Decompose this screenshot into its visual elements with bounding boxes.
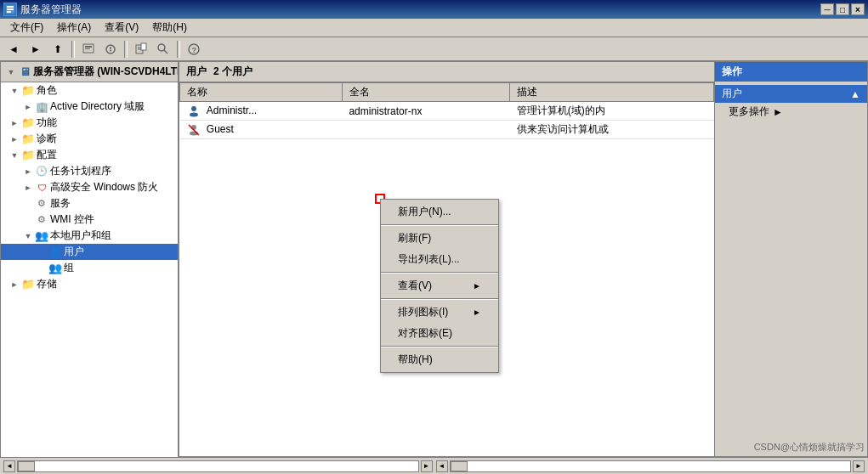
content-table: 名称 全名 描述 [179,82,714,139]
toolbar-back[interactable]: ◄ [3,40,24,59]
expand-users[interactable] [35,245,48,259]
task-icon: 🕒 [35,165,48,178]
services-label: 服务 [50,196,71,211]
toolbar-icon3[interactable] [131,40,151,59]
table-row[interactable]: Administr... administrator-nx 管理计算机(域)的内 [180,102,714,121]
user-fullname-admin: administrator-nx [342,102,509,121]
folder-icon-config: 📁 [21,149,35,162]
scrollbar-left[interactable] [17,460,419,472]
expand-wmi[interactable] [21,213,35,227]
tree-item-services[interactable]: ⚙ 服务 [1,195,178,212]
ctx-sep1 [381,224,498,226]
ad-label: Active Directory 域服 [50,99,145,114]
ctx-refresh[interactable]: 刷新(F) [381,228,498,249]
expand-storage[interactable]: ► [8,278,21,291]
expand-firewall[interactable]: ► [21,181,35,195]
table-row[interactable]: Guest 供来宾访问计算机或 [180,121,714,139]
minimize-button[interactable]: ─ [820,3,834,15]
content-user-count: 2 个用户 [213,65,252,79]
user-name-admin: Administr... [180,102,343,121]
col-name[interactable]: 名称 [180,83,343,102]
user-desc-guest: 供来宾访问计算机或 [510,121,714,139]
col-desc[interactable]: 描述 [510,83,714,102]
toolbar-icon1[interactable] [78,40,99,59]
tree-item-groups[interactable]: 👥 组 [1,260,178,276]
svg-point-21 [190,112,198,116]
svg-point-14 [158,44,165,51]
menu-bar: 文件(F) 操作(A) 查看(V) 帮助(H) [0,19,868,37]
svg-rect-1 [7,6,14,8]
ctx-sep4 [381,346,498,347]
tree-item-roles[interactable]: ▼ 📁 角色 [1,82,178,99]
expand-services[interactable] [21,197,35,211]
ctx-view[interactable]: 查看(V) ► [381,275,498,296]
tree-header: ▼ 🖥 服务器管理器 (WIN-SCVDH4LTMM [1,62,178,82]
expand-features[interactable]: ► [8,116,21,130]
expand-localusers[interactable]: ▼ [21,229,35,243]
ctx-new-user[interactable]: 新用户(N)... [381,201,498,223]
menu-view[interactable]: 查看(V) [98,19,145,37]
ctx-align[interactable]: 对齐图标(E) [381,323,498,344]
tree-item-features[interactable]: ► 📁 功能 [1,115,178,131]
expand-ad[interactable]: ► [21,100,35,114]
toolbar-up[interactable]: ⬆ [48,40,68,59]
menu-action[interactable]: 操作(A) [50,19,98,37]
expand-roles[interactable]: ▼ [8,84,21,98]
ctx-arrange[interactable]: 排列图标(I) ► [381,302,498,323]
user-fullname-guest [342,121,509,139]
tree-item-ad[interactable]: ► 🏢 Active Directory 域服 [1,99,178,115]
scroll-left-btn2[interactable]: ◄ [436,460,448,472]
expand-tasks[interactable]: ► [21,165,35,178]
close-button[interactable]: × [851,3,865,15]
svg-point-9 [110,49,111,51]
ctx-export[interactable]: 导出列表(L)... [381,249,498,270]
expand-diag[interactable]: ► [8,133,21,146]
tree-item-wmi[interactable]: ⚙ WMI 控件 [1,212,178,228]
tree-item-config[interactable]: ▼ 📁 配置 [1,147,178,163]
tree-root[interactable]: ▼ 🖥 服务器管理器 (WIN-SCVDH4LTMM [4,64,174,80]
toolbar-help[interactable]: ? [184,40,204,59]
svg-rect-5 [85,46,92,48]
scroll-right-btn[interactable]: ► [421,460,433,472]
right-section-arrow: ▲ [850,88,860,100]
computer-icon: 🖥 [18,65,31,79]
tree-item-users[interactable]: 👤 用户 [1,244,178,260]
tree-root-label: 服务器管理器 (WIN-SCVDH4LTMM [33,65,179,79]
right-section-users[interactable]: 用户 ▲ [715,85,867,103]
scroll-right-btn2[interactable]: ► [853,460,865,472]
ad-icon: 🏢 [35,100,48,114]
toolbar-forward[interactable]: ► [26,40,46,59]
config-label: 配置 [37,148,57,162]
tree-expand-root[interactable]: ▼ [4,65,18,79]
scrollbar-right[interactable] [450,460,852,472]
menu-help[interactable]: 帮助(H) [145,19,194,37]
tree-item-tasks[interactable]: ► 🕒 任务计划程序 [1,163,178,179]
right-panel: 操作 用户 ▲ 更多操作 ► [715,61,868,457]
col-fullname[interactable]: 全名 [342,83,509,102]
svg-rect-6 [85,48,90,49]
right-item-more-actions[interactable]: 更多操作 ► [715,103,867,121]
scroll-left-btn[interactable]: ◄ [3,460,15,472]
tree-item-storage[interactable]: ► 📁 存储 [1,276,178,292]
tree-item-firewall[interactable]: ► 🛡 高级安全 Windows 防火 [1,179,178,195]
ctx-sep3 [381,298,498,300]
title-buttons: ─ □ × [820,3,865,15]
ctx-help[interactable]: 帮助(H) [381,349,498,370]
expand-config[interactable]: ▼ [8,149,21,162]
folder-icon-storage: 📁 [21,278,35,291]
expand-groups[interactable] [35,262,48,275]
storage-label: 存储 [37,277,57,291]
maximize-button[interactable]: □ [836,3,849,15]
localusers-label: 本地用户和组 [50,229,111,243]
tree-item-localusers[interactable]: ▼ 👥 本地用户和组 [1,228,178,244]
content-panel: 用户 2 个用户 名称 全名 描述 [179,61,715,457]
toolbar-icon4[interactable] [153,40,173,59]
users-label: 用户 [64,245,84,259]
ctx-sep2 [381,272,498,274]
svg-rect-13 [141,43,146,50]
tree-item-diag[interactable]: ► 📁 诊断 [1,131,178,147]
toolbar-icon2[interactable] [100,40,121,59]
menu-file[interactable]: 文件(F) [3,19,50,37]
diag-label: 诊断 [37,132,57,146]
title-text: 服务器管理器 [20,3,82,17]
